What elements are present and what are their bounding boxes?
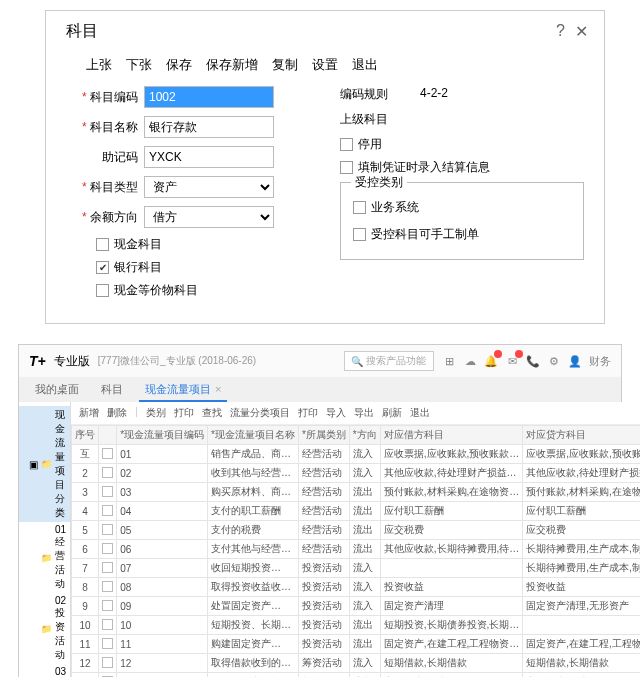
table-row[interactable]: 1212取得借款收到的…筹资活动流入短期借款,长期借款短期借款,长期借款 xyxy=(72,654,640,673)
checkbox-icon xyxy=(340,161,353,174)
badge xyxy=(494,350,502,358)
code-input[interactable] xyxy=(144,86,274,108)
menu-copy[interactable]: 复制 xyxy=(272,56,298,74)
checkbox-icon xyxy=(96,261,109,274)
help-icon[interactable]: ? xyxy=(556,22,565,41)
tree-item[interactable]: 📁03 筹资活动 xyxy=(19,664,70,677)
cloud-icon[interactable]: ☁ xyxy=(463,354,477,368)
toolbar-流量分类项目[interactable]: 流量分类项目 xyxy=(230,406,290,420)
controlled-fieldset: 受控类别 业务系统 受控科目可手工制单 xyxy=(340,182,584,260)
toolbar-退出[interactable]: 退出 xyxy=(410,406,430,420)
toolbar-导入[interactable]: 导入 xyxy=(326,406,346,420)
col-header[interactable]: *方向 xyxy=(349,426,380,445)
dialog-menu: 上张 下张 保存 保存新增 复制 设置 退出 xyxy=(46,46,604,86)
row-checkbox[interactable] xyxy=(99,483,117,502)
toolbar-打印[interactable]: 打印 xyxy=(298,406,318,420)
row-checkbox[interactable] xyxy=(99,540,117,559)
col-header[interactable]: *现金流量项目名称 xyxy=(208,426,299,445)
type-label: 科目类型 xyxy=(66,179,138,196)
menu-exit[interactable]: 退出 xyxy=(352,56,378,74)
menu-settings[interactable]: 设置 xyxy=(312,56,338,74)
toolbar-打印[interactable]: 打印 xyxy=(174,406,194,420)
tab-desktop[interactable]: 我的桌面 xyxy=(29,379,85,402)
tab-subject[interactable]: 科目 xyxy=(95,379,129,402)
menu-save-new[interactable]: 保存新增 xyxy=(206,56,258,74)
manual-check-row[interactable]: 受控科目可手工制单 xyxy=(353,226,571,243)
table-row[interactable]: 1313吸收投资者投资…筹资活动流入实收资本,资本公积实收资本,资本公积 xyxy=(72,673,640,678)
search-input[interactable]: 🔍搜索产品功能 xyxy=(344,351,434,371)
toolbar-新增[interactable]: 新增 xyxy=(79,406,99,420)
col-header[interactable]: 序号 xyxy=(72,426,99,445)
bell-icon[interactable]: 🔔 xyxy=(484,354,498,368)
col-header[interactable]: *所属类别 xyxy=(298,426,349,445)
row-checkbox[interactable] xyxy=(99,464,117,483)
folder-icon: 📁 xyxy=(41,624,52,634)
balance-select[interactable]: 借方 xyxy=(144,206,274,228)
toolbar-删除[interactable]: 删除 xyxy=(107,406,127,420)
col-header[interactable]: 对应贷方科目 xyxy=(523,426,640,445)
row-checkbox[interactable] xyxy=(99,597,117,616)
toolbar-类别[interactable]: 类别 xyxy=(146,406,166,420)
row-checkbox[interactable] xyxy=(99,445,117,464)
controlled-legend: 受控类别 xyxy=(351,174,407,191)
table-row[interactable]: 909处置固定资产…投资活动流入固定资产清理固定资产清理,无形资产 xyxy=(72,597,640,616)
user-icon[interactable]: 👤 xyxy=(568,354,582,368)
row-checkbox[interactable] xyxy=(99,654,117,673)
close-tab-icon[interactable]: × xyxy=(215,383,221,395)
menu-save[interactable]: 保存 xyxy=(166,56,192,74)
msg-icon[interactable]: ✉ xyxy=(505,354,519,368)
row-checkbox[interactable] xyxy=(99,673,117,678)
row-checkbox[interactable] xyxy=(99,635,117,654)
table-row[interactable]: 606支付其他与经营…经营活动流出其他应收款,长期待摊费用,待…长期待摊费用,生… xyxy=(72,540,640,559)
table-row[interactable]: 1111购建固定资产…投资活动流出固定资产,在建工程,工程物资…固定资产,在建工… xyxy=(72,635,640,654)
mnemonic-input[interactable] xyxy=(144,146,274,168)
row-checkbox[interactable] xyxy=(99,521,117,540)
table-row[interactable]: 1010短期投资、长期…投资活动流出短期投资,长期债券投资,长期… xyxy=(72,616,640,635)
checkbox-icon xyxy=(340,138,353,151)
finance-label[interactable]: 财务 xyxy=(589,354,611,369)
table-row[interactable]: 互01销售产成品、商…经营活动流入应收票据,应收账款,预收账款…应收票据,应收账… xyxy=(72,445,640,464)
row-checkbox[interactable] xyxy=(99,578,117,597)
tree-root[interactable]: ▣📁现金流量项目分类 xyxy=(19,406,70,522)
equiv-check-row[interactable]: 现金等价物科目 xyxy=(96,282,310,299)
table-row[interactable]: 202收到其他与经营…经营活动流入其他应收款,待处理财产损益…其他应收款,待处理… xyxy=(72,464,640,483)
folder-icon: 📁 xyxy=(41,459,52,469)
tree-item[interactable]: 📁01 经营活动 xyxy=(19,522,70,593)
close-icon[interactable]: ✕ xyxy=(575,22,588,41)
table-row[interactable]: 303购买原材料、商…经营活动流出预付账款,材料采购,在途物资…预付账款,材料采… xyxy=(72,483,640,502)
menu-prev[interactable]: 上张 xyxy=(86,56,112,74)
row-checkbox[interactable] xyxy=(99,559,117,578)
biz-check-row[interactable]: 业务系统 xyxy=(353,199,571,216)
bank-check-row[interactable]: 银行科目 xyxy=(96,259,310,276)
dialog-title: 科目 xyxy=(66,21,98,42)
col-header[interactable]: 对应借方科目 xyxy=(380,426,523,445)
apps-icon[interactable]: ⊞ xyxy=(442,354,456,368)
settings-icon[interactable]: ⚙ xyxy=(547,354,561,368)
cash-check-row[interactable]: 现金科目 xyxy=(96,236,310,253)
folder-icon: 📁 xyxy=(41,553,52,563)
collapse-icon: ▣ xyxy=(29,459,38,470)
toolbar: 新增删除|类别打印查找流量分类项目打印导入导出刷新退出 xyxy=(71,402,640,425)
table-row[interactable]: 707收回短期投资…投资活动流入长期待摊费用,生产成本,制造… xyxy=(72,559,640,578)
sidebar: ▣📁现金流量项目分类 📁01 经营活动 📁02 投资活动 📁03 筹资活动 📁0… xyxy=(19,402,71,677)
row-checkbox[interactable] xyxy=(99,616,117,635)
table-row[interactable]: 808取得投资收益收…投资活动流入投资收益投资收益 xyxy=(72,578,640,597)
parent-label: 上级科目 xyxy=(340,111,408,128)
tab-cashflow[interactable]: 现金流量项目× xyxy=(139,379,227,402)
phone-icon[interactable]: 📞 xyxy=(526,354,540,368)
coderule-label: 编码规则 xyxy=(340,86,408,103)
col-header[interactable]: *现金流量项目编码 xyxy=(117,426,208,445)
type-select[interactable]: 资产 xyxy=(144,176,274,198)
table-row[interactable]: 404支付的职工薪酬经营活动流出应付职工薪酬应付职工薪酬 xyxy=(72,502,640,521)
table-row[interactable]: 505支付的税费经营活动流出应交税费应交税费 xyxy=(72,521,640,540)
toolbar-导出[interactable]: 导出 xyxy=(354,406,374,420)
tree-item[interactable]: 📁02 投资活动 xyxy=(19,593,70,664)
disable-check-row[interactable]: 停用 xyxy=(340,136,584,153)
toolbar-刷新[interactable]: 刷新 xyxy=(382,406,402,420)
toolbar-查找[interactable]: 查找 xyxy=(202,406,222,420)
menu-next[interactable]: 下张 xyxy=(126,56,152,74)
name-input[interactable] xyxy=(144,116,274,138)
col-header[interactable] xyxy=(99,426,117,445)
row-checkbox[interactable] xyxy=(99,502,117,521)
brand: T+ xyxy=(29,353,46,369)
